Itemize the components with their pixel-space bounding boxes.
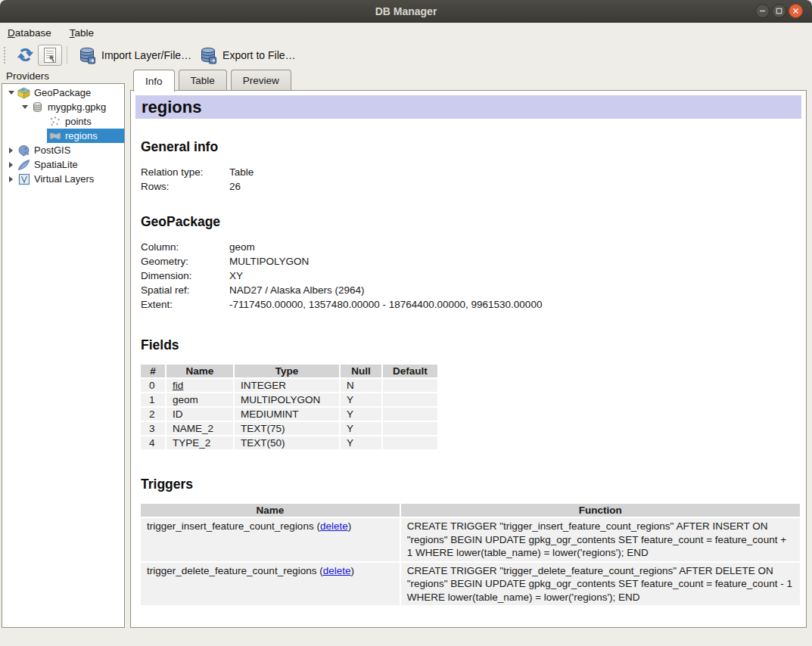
window-title: DB Manager	[375, 5, 437, 17]
menu-database[interactable]: Database	[8, 27, 51, 39]
tree-item-label: Virtual Layers	[34, 173, 94, 185]
providers-tree: GeoPackage mygpkg.gpkg	[2, 83, 125, 628]
refresh-icon	[17, 46, 34, 64]
tree-item-mygpkg[interactable]: mygpkg.gpkg	[2, 100, 124, 114]
info-row: Dimension: XY	[141, 269, 801, 283]
triggers-header-row: Name Function	[141, 504, 800, 517]
tab-table[interactable]: Table	[179, 70, 227, 90]
info-row: Extent: -7117450.00000, 1357480.00000 - …	[141, 297, 801, 312]
db-import-icon	[78, 46, 96, 64]
expand-arrow-icon[interactable]	[6, 91, 16, 95]
sql-window-button[interactable]	[38, 45, 62, 66]
delete-trigger-link[interactable]: delete	[320, 520, 348, 532]
close-button[interactable]	[789, 4, 803, 18]
refresh-button[interactable]	[13, 45, 38, 65]
close-icon	[792, 8, 799, 14]
tree-item-geopackage[interactable]: GeoPackage	[2, 85, 124, 100]
tree-item-points[interactable]: points	[2, 114, 124, 129]
trigger-row: trigger_insert_feature_count_regions (de…	[141, 518, 800, 561]
tree-item-label: SpatiaLite	[34, 159, 78, 170]
fields-header-row: # Name Type Null Default	[141, 365, 437, 377]
fields-heading: Fields	[141, 337, 801, 353]
trigger-function: CREATE TRIGGER "trigger_insert_feature_c…	[401, 518, 800, 561]
tree-item-label: mygpkg.gpkg	[48, 101, 106, 113]
table-title-banner: regions	[135, 95, 801, 119]
export-file-label: Export to File…	[222, 49, 295, 61]
delete-trigger-link[interactable]: delete	[323, 565, 351, 576]
maximize-icon	[776, 8, 782, 14]
field-row: 2 ID MEDIUMINT Y	[141, 408, 437, 421]
spatialite-icon	[17, 159, 30, 171]
points-layer-icon	[48, 116, 61, 128]
field-row: 3 NAME_2 TEXT(75) Y	[141, 422, 437, 435]
tree-item-label: points	[65, 116, 92, 127]
tree-item-label: PostGIS	[34, 144, 70, 156]
triggers-heading: Triggers	[141, 477, 801, 492]
providers-label: Providers	[6, 70, 49, 82]
tree-item-label: GeoPackage	[34, 87, 91, 98]
tree-item-virtual-layers[interactable]: Virtual Layers	[2, 172, 124, 186]
tree-item-postgis[interactable]: PostGIS	[2, 143, 124, 157]
field-row: 0 fid INTEGER N	[141, 379, 437, 392]
tree-item-regions[interactable]: regions	[2, 129, 124, 143]
tree-item-label: regions	[65, 130, 98, 141]
field-row: 4 TYPE_2 TEXT(50) Y	[141, 436, 437, 449]
tab-info[interactable]: Info	[133, 70, 175, 92]
titlebar: DB Manager	[0, 0, 812, 23]
primary-key-field: fid	[173, 380, 183, 391]
toolbar: Import Layer/File… Export to File…	[0, 42, 812, 67]
info-row: Spatial ref: NAD27 / Alaska Albers (2964…	[141, 283, 801, 297]
toolbar-separator	[67, 46, 67, 64]
maximize-button[interactable]	[772, 4, 786, 18]
import-layer-label: Import Layer/File…	[101, 49, 191, 61]
database-icon	[31, 101, 44, 113]
field-row: 1 geom MULTIPOLYGON Y	[141, 393, 437, 406]
tree-item-spatialite[interactable]: SpatiaLite	[2, 157, 124, 172]
toolbar-drag-handle[interactable]	[4, 47, 7, 64]
import-layer-button[interactable]: Import Layer/File…	[74, 45, 195, 66]
expand-arrow-icon[interactable]	[20, 105, 30, 109]
export-file-button[interactable]: Export to File…	[195, 45, 299, 66]
geopackage-icon	[17, 87, 30, 99]
db-manager-window: { "window": { "title": "DB Manager" }, "…	[0, 0, 812, 646]
collapse-arrow-icon[interactable]	[6, 162, 16, 168]
trigger-function: CREATE TRIGGER "trigger_delete_feature_c…	[401, 563, 800, 606]
postgis-icon	[17, 144, 30, 157]
info-view: regions General info Relation type: Tabl…	[130, 90, 807, 628]
info-row: Rows: 26	[141, 179, 801, 194]
collapse-arrow-icon[interactable]	[6, 176, 16, 182]
info-row: Relation type: Table	[141, 165, 801, 179]
general-info-heading: General info	[141, 139, 801, 155]
window-controls	[755, 4, 803, 18]
minimize-button[interactable]	[755, 4, 770, 18]
geopackage-heading: GeoPackage	[141, 214, 801, 230]
menubar: Database Table	[0, 23, 812, 42]
trigger-row: trigger_delete_feature_count_regions (de…	[141, 563, 800, 606]
view-tabs: Info Table Preview	[133, 70, 291, 90]
db-export-icon	[199, 46, 217, 64]
tab-preview[interactable]: Preview	[231, 70, 291, 90]
status-bar	[0, 629, 812, 646]
menu-table[interactable]: Table	[70, 27, 94, 39]
polygon-layer-icon	[48, 130, 61, 142]
info-row: Column: geom	[141, 240, 801, 254]
virtual-layers-icon	[17, 173, 30, 185]
sql-window-icon	[42, 47, 58, 64]
fields-table: # Name Type Null Default 0 fid INTEGER N…	[139, 363, 439, 451]
minimize-icon	[759, 8, 766, 14]
info-row: Geometry: MULTIPOLYGON	[141, 254, 801, 269]
table-title: regions	[142, 98, 201, 117]
collapse-arrow-icon[interactable]	[6, 148, 16, 154]
triggers-table: Name Function trigger_insert_feature_cou…	[139, 502, 801, 607]
